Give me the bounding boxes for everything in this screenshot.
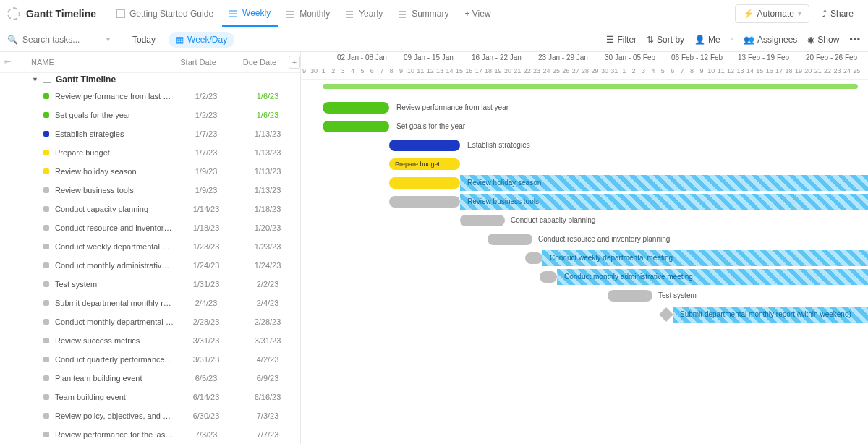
tab-weekly[interactable]: Weekly: [222, 1, 278, 27]
task-start: 1/9/23: [174, 167, 239, 176]
bar-label: Review performance from last year: [396, 103, 509, 111]
day-label: 4: [648, 67, 658, 74]
gantt-bar[interactable]: [608, 290, 652, 302]
col-start-header[interactable]: Start Date: [166, 58, 231, 67]
day-label: 21: [813, 67, 822, 74]
task-row[interactable]: Conduct monthly departmental meeting2/28…: [0, 312, 300, 331]
tab-getting-started[interactable]: Getting Started Guide: [109, 1, 221, 26]
bar-label: Establish strategies: [467, 141, 530, 149]
col-due-header[interactable]: Due Date: [231, 58, 289, 67]
task-row[interactable]: Conduct resource and inventory planning1…: [0, 218, 300, 237]
status-dot: [43, 300, 49, 306]
calendar-icon: ▦: [176, 35, 184, 45]
task-row[interactable]: Review policy, objectives, and business …: [0, 406, 300, 425]
task-row[interactable]: Prepare budget1/7/231/13/23: [0, 143, 300, 162]
day-label: 29: [590, 67, 600, 74]
chevron-down-icon[interactable]: ▾: [106, 35, 110, 43]
collapse-triangle-icon[interactable]: ▼: [32, 76, 38, 83]
task-row[interactable]: Conduct quarterly performance meeting3/3…: [0, 350, 300, 369]
gantt-bar[interactable]: [525, 252, 542, 264]
task-row[interactable]: Conduct monthly administrative meeting1/…: [0, 256, 300, 275]
bar-label: Review holiday season: [467, 179, 541, 187]
tab-monthly[interactable]: Monthly: [279, 1, 337, 26]
sort-button[interactable]: ⇅Sort by: [647, 35, 684, 45]
week-label: 02 Jan - 08 Jan: [337, 54, 387, 61]
week-day-toggle[interactable]: ▦Week/Day: [169, 32, 234, 48]
task-row[interactable]: Review performance for the last 6 months…: [0, 425, 300, 444]
day-label: 11: [716, 67, 726, 74]
task-start: 1/24/23: [174, 261, 239, 270]
day-label: 13: [736, 67, 745, 74]
task-start: 1/2/23: [174, 92, 239, 101]
week-label: 09 Jan - 15 Jan: [404, 54, 454, 61]
task-row[interactable]: Review success metrics3/31/233/31/23: [0, 331, 300, 350]
assignees-button[interactable]: 👥Assignees: [744, 35, 797, 45]
today-button[interactable]: Today: [127, 32, 161, 48]
collapse-icon[interactable]: ⇤: [0, 57, 15, 67]
gantt-row: [301, 418, 868, 437]
task-due: 2/4/23: [239, 299, 297, 307]
day-label: 15: [755, 67, 765, 74]
day-label: 30: [309, 67, 318, 74]
day-label: 15: [454, 67, 464, 74]
group-header[interactable]: ▼ Gantt Timeline: [0, 73, 300, 87]
task-due: 4/2/23: [239, 355, 297, 364]
task-row[interactable]: Establish strategies1/7/231/13/23: [0, 124, 300, 143]
gantt-bar[interactable]: [323, 121, 389, 132]
status-dot: [43, 112, 49, 118]
task-row[interactable]: Review holiday season1/9/231/13/23: [0, 162, 300, 181]
day-label: 7: [377, 67, 386, 74]
task-row[interactable]: Plan team building event6/5/236/9/23: [0, 369, 300, 388]
task-row[interactable]: Set goals for the year1/2/231/6/23: [0, 106, 300, 124]
add-view-button[interactable]: + View: [457, 1, 498, 26]
gantt-bar[interactable]: [389, 177, 460, 189]
task-due: 1/18/23: [239, 205, 297, 213]
task-start: 1/18/23: [174, 223, 239, 232]
add-column-button[interactable]: +: [289, 56, 300, 69]
gantt-row: Test system: [301, 286, 868, 305]
task-row[interactable]: Review performance from last year1/2/231…: [0, 87, 300, 106]
more-button[interactable]: •••: [849, 35, 861, 45]
day-label: 20: [503, 67, 512, 74]
user-icon: 👤: [694, 35, 705, 45]
task-due: 1/13/23: [239, 129, 297, 138]
gantt-icon: [399, 9, 407, 18]
show-button[interactable]: ◉Show: [807, 35, 839, 45]
tab-summary[interactable]: Summary: [391, 1, 456, 26]
status-dot: [43, 432, 49, 437]
filter-button[interactable]: ☰Filter: [606, 35, 637, 45]
bar-label: Review business tools: [467, 197, 539, 205]
tab-yearly[interactable]: Yearly: [339, 1, 390, 26]
share-button[interactable]: ⤴Share: [815, 5, 861, 22]
task-row[interactable]: Conduct capacity planning1/14/231/18/23: [0, 200, 300, 218]
me-button[interactable]: 👤Me: [694, 35, 720, 45]
gantt-bar[interactable]: [488, 234, 532, 245]
task-start: 6/30/23: [174, 411, 239, 420]
task-name: Review policy, objectives, and business …: [55, 411, 174, 420]
automate-button[interactable]: ⚡Automate▾: [735, 4, 809, 23]
bolt-icon: ⚡: [743, 9, 754, 19]
day-label: 1: [619, 67, 629, 74]
task-due: 1/24/23: [239, 261, 297, 270]
bar-label: Conduct weekly departmental meeting: [550, 254, 673, 262]
task-due: 1/13/23: [239, 148, 297, 157]
gantt-bar[interactable]: [460, 215, 505, 226]
milestone-diamond[interactable]: [659, 307, 673, 322]
gantt-bar[interactable]: [323, 102, 389, 114]
day-label: 12: [726, 67, 736, 74]
gantt-bar[interactable]: [540, 271, 557, 283]
gantt-bar[interactable]: [389, 140, 460, 151]
task-row[interactable]: Team building event6/14/236/16/23: [0, 388, 300, 406]
task-row[interactable]: Conduct weekly departmental meeting1/23/…: [0, 237, 300, 256]
search-input[interactable]: [22, 35, 102, 45]
status-dot: [43, 394, 49, 400]
task-start: 1/2/23: [174, 111, 239, 119]
task-row[interactable]: Test system1/31/232/2/23: [0, 275, 300, 294]
task-row[interactable]: Submit departmental monthly report (with…: [0, 294, 300, 312]
task-start: 1/14/23: [174, 205, 239, 213]
task-row[interactable]: Review business tools1/9/231/13/23: [0, 181, 300, 200]
page-title: Gantt Timeline: [26, 8, 96, 20]
gantt-bar[interactable]: [389, 196, 460, 208]
col-name-header[interactable]: NAME: [15, 58, 166, 67]
gantt-icon: [346, 9, 354, 18]
